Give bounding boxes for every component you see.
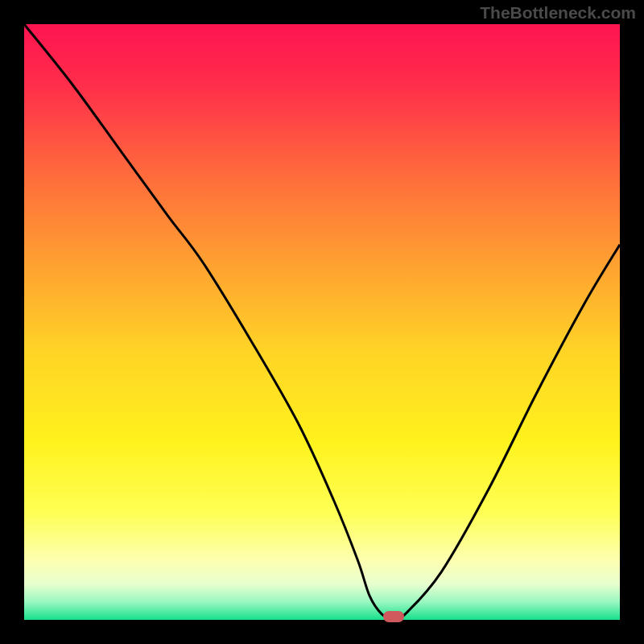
chart-container: TheBottleneck.com bbox=[0, 0, 644, 644]
bottleneck-curve bbox=[24, 24, 620, 620]
plot-area bbox=[24, 24, 620, 620]
watermark-text: TheBottleneck.com bbox=[480, 3, 636, 23]
optimal-marker bbox=[383, 611, 404, 622]
curve-layer bbox=[24, 24, 620, 620]
